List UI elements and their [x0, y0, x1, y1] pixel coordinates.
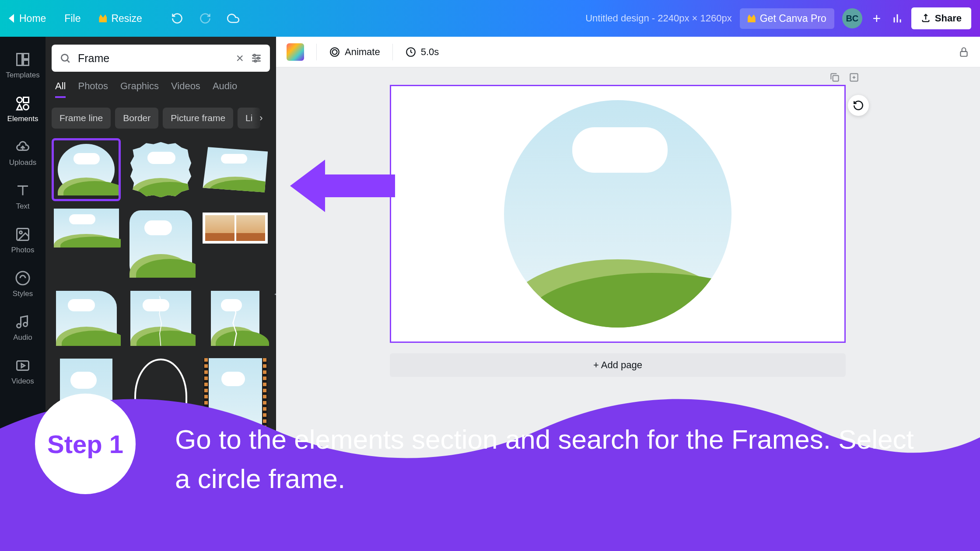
tab-audio[interactable]: Audio — [213, 80, 237, 98]
search-input[interactable] — [78, 52, 229, 65]
sidebar-item-templates[interactable]: Templates — [0, 44, 46, 87]
page-actions — [829, 72, 860, 83]
panel-collapse-button[interactable]: ◀ — [273, 274, 276, 314]
share-label: Share — [935, 13, 962, 24]
chip-frame-line[interactable]: Frame line — [52, 108, 111, 129]
sidebar-item-label: Styles — [13, 289, 33, 298]
svg-line-22 — [67, 60, 70, 63]
color-picker-button[interactable] — [287, 43, 304, 61]
header-left-group: Home File Resize — [9, 9, 239, 28]
reset-button[interactable] — [848, 95, 869, 116]
tab-all[interactable]: All — [55, 80, 66, 98]
get-canva-pro-button[interactable]: Get Canva Pro — [740, 8, 834, 29]
sidebar-item-uploads[interactable]: Uploads — [0, 131, 46, 175]
header-action-icons — [171, 12, 239, 24]
svg-point-21 — [61, 54, 68, 61]
page-wrapper: + Add page — [276, 67, 980, 394]
uploads-icon — [15, 139, 31, 155]
frame-rounded-square-thumb[interactable] — [126, 206, 195, 282]
header-right-group: Untitled design - 980px × 551px Get Ca… — [585, 7, 971, 29]
text-icon — [15, 183, 31, 199]
search-container: × — [52, 45, 270, 72]
svg-marker-9 — [17, 105, 22, 110]
clear-search-button[interactable]: × — [236, 51, 244, 66]
lock-icon[interactable] — [958, 46, 970, 58]
avatar[interactable]: BC — [842, 8, 862, 28]
add-collaborator-button[interactable]: + — [870, 12, 883, 25]
sidebar-item-label: Audio — [13, 333, 32, 342]
templates-icon — [15, 52, 31, 67]
sidebar-item-text[interactable]: Text — [0, 175, 46, 219]
canva-pro-label: Get Canva Pro — [760, 13, 826, 24]
svg-rect-33 — [833, 76, 839, 81]
duplicate-page-icon[interactable] — [829, 72, 840, 83]
sidebar-item-audio[interactable]: Audio — [0, 306, 46, 350]
filter-tabs: All Photos Graphics Videos Audio — [52, 80, 270, 98]
svg-point-28 — [255, 60, 256, 62]
undo-icon[interactable] — [171, 12, 183, 24]
search-icon — [60, 52, 71, 64]
svg-point-30 — [332, 49, 337, 54]
file-button[interactable]: File — [59, 9, 86, 28]
sidebar-item-label: Uploads — [9, 158, 36, 167]
svg-point-18 — [24, 323, 28, 327]
chevron-left-icon — [9, 14, 14, 23]
canvas-toolbar: Animate 5.0s — [276, 37, 980, 67]
svg-rect-32 — [960, 51, 967, 56]
step-badge: Step 1 — [35, 394, 136, 494]
home-button[interactable]: Home — [9, 13, 46, 24]
refresh-icon — [853, 100, 864, 111]
frame-circle-thumb[interactable] — [52, 138, 121, 201]
chips-scroll-right[interactable]: › — [252, 108, 270, 129]
design-title[interactable]: Untitled design - 980px × 551px — [585, 13, 732, 24]
chip-picture-frame[interactable]: Picture frame — [163, 108, 233, 129]
svg-point-7 — [17, 98, 22, 103]
tab-graphics[interactable]: Graphics — [120, 80, 159, 98]
sidebar-item-label: Photos — [11, 246, 35, 255]
insights-icon[interactable] — [891, 12, 903, 24]
photos-icon — [15, 227, 31, 242]
frame-trapezoid-thumb[interactable] — [201, 138, 270, 201]
circle-frame-element[interactable] — [504, 100, 732, 328]
add-page-button[interactable]: + Add page — [390, 353, 846, 377]
sidebar-item-elements[interactable]: Elements — [0, 87, 46, 131]
frame-rect-thumb[interactable] — [52, 206, 121, 250]
animate-icon — [329, 46, 340, 58]
tutorial-overlay: Step 1 Go to the elements section and se… — [0, 376, 980, 551]
crown-icon — [99, 14, 107, 22]
design-canvas[interactable] — [390, 85, 846, 343]
sidebar-item-label: Templates — [6, 71, 39, 80]
sidebar-item-label: Text — [16, 202, 29, 211]
duration-label: 5.0s — [421, 46, 439, 58]
duration-button[interactable]: 5.0s — [405, 46, 439, 58]
frame-torn2-thumb[interactable] — [201, 287, 270, 350]
sidebar-item-styles[interactable]: Styles — [0, 262, 46, 306]
upload-icon — [921, 14, 931, 23]
svg-point-27 — [257, 57, 259, 59]
home-label: Home — [19, 13, 46, 24]
frame-diptych-thumb[interactable] — [201, 206, 270, 250]
styles-icon — [15, 270, 31, 286]
elements-icon — [15, 95, 31, 111]
chip-border[interactable]: Border — [115, 108, 158, 129]
svg-rect-6 — [24, 60, 29, 66]
app-header: Home File Resize Untitled design - 2240p… — [0, 0, 980, 37]
filter-icon[interactable] — [251, 52, 262, 64]
add-blank-page-icon[interactable] — [848, 72, 860, 83]
frame-corner-round-thumb[interactable] — [52, 287, 121, 350]
clock-icon — [405, 46, 416, 58]
svg-point-17 — [17, 324, 21, 328]
tab-photos[interactable]: Photos — [78, 80, 108, 98]
cloud-sync-icon[interactable] — [227, 12, 239, 24]
sidebar-item-label: Elements — [7, 115, 38, 123]
audio-icon — [15, 314, 31, 330]
share-button[interactable]: Share — [911, 7, 971, 29]
svg-point-29 — [330, 48, 339, 56]
tab-videos[interactable]: Videos — [171, 80, 200, 98]
sidebar-item-photos[interactable]: Photos — [0, 219, 46, 262]
resize-button[interactable]: Resize — [99, 13, 142, 24]
animate-button[interactable]: Animate — [329, 46, 380, 58]
redo-icon[interactable] — [199, 12, 211, 24]
frame-badge-thumb[interactable] — [126, 138, 195, 201]
frame-torn-thumb[interactable] — [126, 287, 195, 350]
